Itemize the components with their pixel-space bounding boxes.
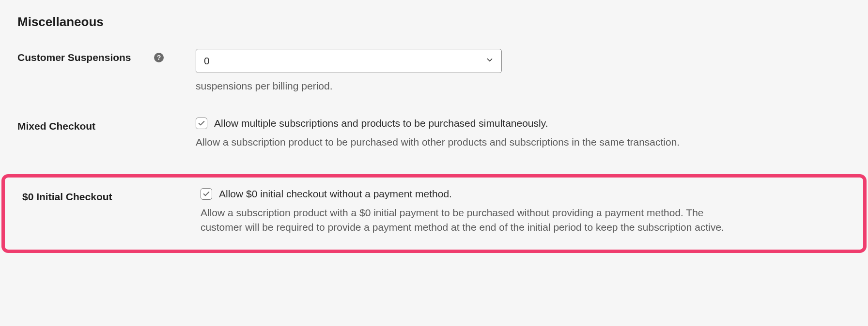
zero-initial-checkout-row: $0 Initial Checkout Allow $0 initial che… bbox=[22, 188, 846, 235]
zero-initial-checkout-checkbox-row: Allow $0 initial checkout without a paym… bbox=[201, 188, 846, 200]
mixed-checkout-checkbox-row: Allow multiple subscriptions and product… bbox=[196, 118, 851, 129]
section-title: Miscellaneous bbox=[17, 15, 851, 30]
help-icon[interactable]: ? bbox=[154, 53, 164, 62]
zero-initial-checkout-checkbox[interactable] bbox=[201, 188, 212, 200]
zero-initial-checkout-label: $0 Initial Checkout bbox=[22, 188, 182, 203]
mixed-checkout-row: Mixed Checkout Allow multiple subscripti… bbox=[17, 118, 851, 149]
customer-suspensions-select-wrap bbox=[196, 49, 502, 73]
customer-suspensions-select[interactable] bbox=[196, 49, 502, 73]
check-icon bbox=[202, 190, 210, 198]
customer-suspensions-help-text: suspensions per billing period. bbox=[196, 79, 728, 93]
mixed-checkout-checkbox-label: Allow multiple subscriptions and product… bbox=[214, 118, 548, 129]
check-icon bbox=[198, 119, 205, 127]
customer-suspensions-label: Customer Suspensions ? bbox=[17, 49, 177, 63]
zero-initial-checkout-label-text: $0 Initial Checkout bbox=[22, 191, 112, 203]
mixed-checkout-label: Mixed Checkout bbox=[17, 118, 177, 132]
customer-suspensions-row: Customer Suspensions ? suspensions per b… bbox=[17, 49, 851, 93]
mixed-checkout-checkbox[interactable] bbox=[196, 118, 207, 129]
zero-initial-checkout-help-text: Allow a subscription product with a $0 i… bbox=[201, 206, 733, 235]
zero-initial-checkout-highlight: $0 Initial Checkout Allow $0 initial che… bbox=[1, 174, 867, 253]
mixed-checkout-help-text: Allow a subscription product to be purch… bbox=[196, 135, 728, 149]
zero-initial-checkout-checkbox-label: Allow $0 initial checkout without a paym… bbox=[219, 188, 452, 200]
mixed-checkout-label-text: Mixed Checkout bbox=[17, 120, 95, 132]
customer-suspensions-label-text: Customer Suspensions bbox=[17, 52, 131, 63]
